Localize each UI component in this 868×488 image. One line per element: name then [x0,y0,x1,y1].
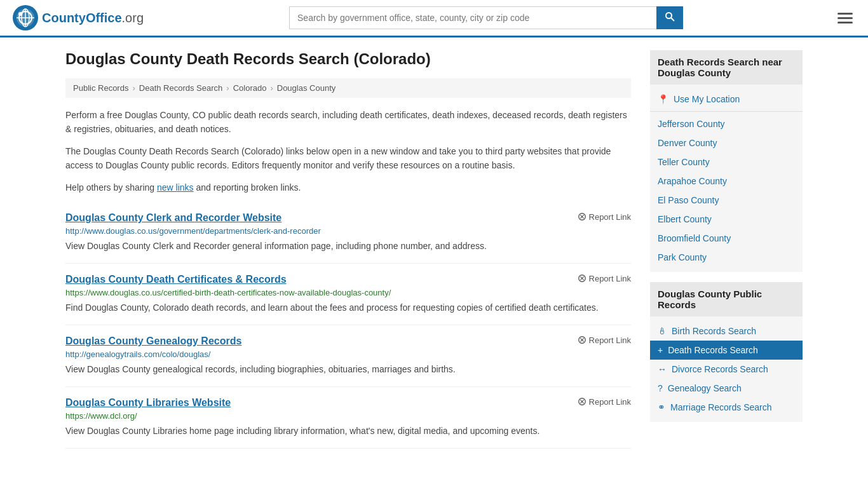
sidebar-nearby-section: Death Records Search near Douglas County… [650,50,803,272]
report-icon-1 [578,212,587,221]
divorce-records-icon: ↔ [658,364,667,374]
svg-point-7 [666,13,672,18]
breadcrumb-sep-2: › [226,83,229,93]
genealogy-label: Genealogy Search [668,383,742,393]
sidebar-item-elpaso[interactable]: El Paso County [650,191,803,210]
birth-records-label: Birth Records Search [672,326,756,336]
sidebar-item-broomfield[interactable]: Broomfield County [650,229,803,248]
sidebar-item-denver[interactable]: Denver County [650,133,803,152]
result-url-1[interactable]: http://www.douglas.co.us/government/depa… [65,226,631,236]
result-header-4: Douglas County Libraries Website Report … [65,397,631,409]
result-url-2[interactable]: https://www.douglas.co.us/certified-birt… [65,288,631,297]
breadcrumb-sep-3: › [270,83,273,93]
results-list: Douglas County Clerk and Recorder Websit… [65,202,631,449]
breadcrumb-colorado[interactable]: Colorado [233,83,267,93]
marriage-records-icon: ⚭ [658,402,665,412]
menu-line-3 [837,22,853,24]
result-header-2: Douglas County Death Certificates & Reco… [65,274,631,285]
breadcrumb-death-records-search[interactable]: Death Records Search [139,83,223,93]
report-link-4[interactable]: Report Link [578,397,631,407]
menu-line-1 [837,13,853,15]
death-records-label: Death Records Search [668,345,758,355]
genealogy-icon: ? [658,383,663,393]
sidebar-item-birth-records[interactable]: 🕯 Birth Records Search [650,322,803,341]
result-url-4[interactable]: https://www.dcl.org/ [65,411,631,421]
location-pin-icon: 📍 [658,94,668,104]
death-records-icon: + [658,345,663,355]
nearby-separator [650,111,803,112]
logo-text: CountyOffice.org [42,11,144,25]
logo-icon [13,5,38,30]
sidebar-item-marriage-records[interactable]: ⚭ Marriage Records Search [650,398,803,417]
search-area [289,6,683,29]
result-url-3[interactable]: http://genealogytrails.com/colo/douglas/ [65,349,631,359]
page-title: Douglas County Death Records Search (Col… [65,50,631,68]
result-header-3: Douglas County Genealogy Records Report … [65,336,631,347]
sidebar-public-records-body: 🕯 Birth Records Search + Death Records S… [650,316,803,422]
header: CountyOffice.org [0,0,868,37]
result-card-3: Douglas County Genealogy Records Report … [65,325,631,387]
divorce-records-label: Divorce Records Search [672,364,768,374]
sidebar-public-records-header: Douglas County Public Records [650,282,803,316]
sidebar-nearby-body: 📍 Use My Location Jefferson County Denve… [650,85,803,272]
sidebar-item-genealogy[interactable]: ? Genealogy Search [650,379,803,398]
new-links-link[interactable]: new links [157,182,194,193]
sidebar-item-elbert[interactable]: Elbert County [650,210,803,229]
result-desc-3: View Douglas County genealogical records… [65,363,631,376]
description-3: Help others by sharing new links and rep… [65,180,631,194]
breadcrumb-douglas-county[interactable]: Douglas County [277,83,336,93]
use-my-location-label: Use My Location [674,94,740,104]
description-2: The Douglas County Death Records Search … [65,144,631,173]
result-header-1: Douglas County Clerk and Recorder Websit… [65,212,631,224]
result-title-2[interactable]: Douglas County Death Certificates & Reco… [65,274,287,285]
result-card-1: Douglas County Clerk and Recorder Websit… [65,202,631,264]
report-link-2[interactable]: Report Link [578,274,631,283]
report-icon-3 [578,336,587,344]
sidebar-item-teller[interactable]: Teller County [650,152,803,172]
result-desc-4: View Douglas County Libraries home page … [65,424,631,438]
report-icon-2 [578,274,587,283]
result-desc-2: Find Douglas County, Colorado death reco… [65,301,631,315]
search-icon [665,11,675,22]
sidebar-item-jefferson[interactable]: Jefferson County [650,114,803,133]
main-content: Douglas County Death Records Search (Col… [65,50,631,449]
sidebar-public-records-section: Douglas County Public Records 🕯 Birth Re… [650,282,803,422]
svg-line-8 [671,18,674,21]
menu-button[interactable] [835,10,855,26]
breadcrumb-sep-1: › [132,83,135,93]
result-title-1[interactable]: Douglas County Clerk and Recorder Websit… [65,212,281,224]
sidebar: Death Records Search near Douglas County… [650,50,803,449]
result-title-4[interactable]: Douglas County Libraries Website [65,397,231,409]
result-title-3[interactable]: Douglas County Genealogy Records [65,336,241,347]
birth-records-icon: 🕯 [658,326,667,336]
report-link-1[interactable]: Report Link [578,212,631,222]
use-my-location-item[interactable]: 📍 Use My Location [650,90,803,109]
description-3-pre: Help others by sharing [65,182,157,193]
svg-point-6 [18,12,22,16]
sidebar-item-death-records[interactable]: + Death Records Search [650,341,803,360]
sidebar-item-park[interactable]: Park County [650,248,803,267]
sidebar-item-arapahoe[interactable]: Arapahoe County [650,172,803,191]
main-container: Douglas County Death Records Search (Col… [53,37,815,461]
marriage-records-label: Marriage Records Search [670,402,772,412]
sidebar-nearby-header: Death Records Search near Douglas County [650,50,803,85]
description-1: Perform a free Douglas County, CO public… [65,108,631,137]
search-input[interactable] [289,6,656,29]
search-button[interactable] [656,6,683,29]
report-link-3[interactable]: Report Link [578,336,631,345]
logo-area: CountyOffice.org [13,5,144,30]
report-icon-4 [578,397,587,406]
sidebar-item-divorce-records[interactable]: ↔ Divorce Records Search [650,360,803,379]
result-card-2: Douglas County Death Certificates & Reco… [65,264,631,325]
menu-line-2 [837,17,853,19]
result-card-4: Douglas County Libraries Website Report … [65,387,631,449]
breadcrumb-public-records[interactable]: Public Records [73,83,128,93]
result-desc-1: View Douglas County Clerk and Recorder g… [65,240,631,253]
description-3-post: and reporting broken links. [194,182,301,193]
breadcrumb: Public Records › Death Records Search › … [65,78,631,98]
